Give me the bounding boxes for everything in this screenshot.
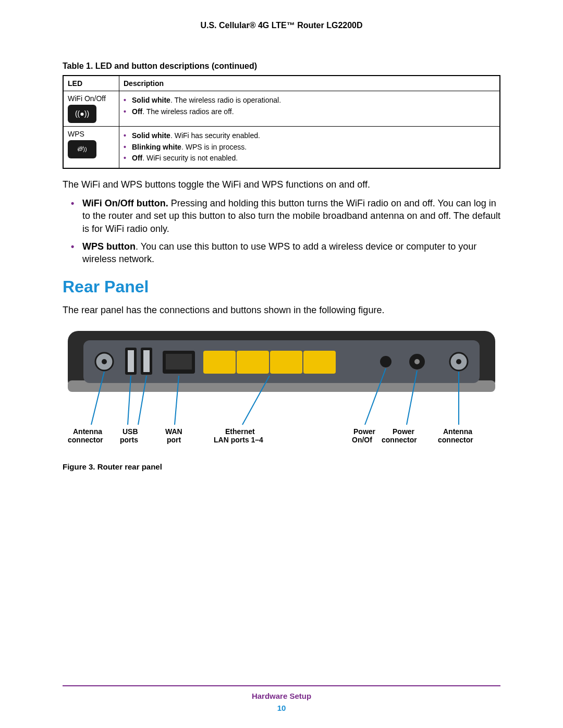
label-usb-2: ports	[120, 436, 138, 444]
label-ethernet: Ethernet	[225, 427, 255, 436]
desc-item: Solid white. The wireless radio is opera…	[124, 95, 495, 106]
label-wan-2: port	[167, 436, 181, 444]
led-name-wifi: WiFi On/Off	[68, 94, 106, 103]
label-power-btn-2: On/Of	[352, 436, 372, 444]
footer-page-number: 10	[63, 704, 500, 712]
footer-divider	[63, 685, 500, 686]
wps-icon: ༗))	[68, 140, 96, 158]
svg-rect-15	[270, 351, 302, 374]
section-heading-rear-panel: Rear Panel	[63, 277, 500, 297]
svg-rect-14	[237, 351, 269, 374]
button-bullet-wifi: WiFi On/Off button. Pressing and holding…	[82, 197, 500, 235]
table-row: WPS ༗)) Solid white. WiFi has security e…	[63, 127, 500, 168]
router-rear-svg: Antenna connector USB ports WAN port Eth…	[63, 326, 500, 456]
label-antenna-right-2: connector	[438, 436, 473, 444]
svg-rect-10	[143, 350, 150, 372]
label-wan: WAN	[165, 427, 182, 436]
table-header-led: LED	[63, 76, 119, 91]
label-power-conn: Power	[393, 427, 415, 436]
svg-point-4	[102, 359, 107, 364]
led-table: LED Description WiFi On/Off ((●)) Solid …	[63, 75, 500, 169]
label-antenna-left-2: connector	[68, 436, 103, 444]
svg-point-19	[414, 359, 420, 364]
table-caption: Table 1. LED and button descriptions (co…	[63, 61, 500, 71]
table-row: WiFi On/Off ((●)) Solid white. The wirel…	[63, 91, 500, 127]
svg-rect-12	[166, 354, 192, 369]
svg-rect-16	[303, 351, 336, 374]
figure-caption: Figure 3. Router rear panel	[63, 462, 500, 471]
label-antenna-right: Antenna	[443, 427, 472, 436]
svg-point-17	[380, 356, 391, 367]
wifi-onoff-icon: ((●))	[68, 105, 96, 123]
router-rear-figure: Antenna connector USB ports WAN port Eth…	[63, 326, 500, 471]
page-footer: Hardware Setup 10	[63, 685, 500, 712]
label-usb: USB	[123, 427, 138, 436]
led-name-wps: WPS	[68, 130, 84, 138]
label-power-conn-2: connector	[382, 436, 417, 444]
page-header-title: U.S. Cellular® 4G LTE™ Router LG2200D	[63, 21, 500, 30]
button-bullet-wps: WPS button. You can use this button to u…	[82, 240, 500, 266]
label-ethernet-2: LAN ports 1–4	[214, 436, 263, 444]
table-header-description: Description	[119, 76, 500, 91]
label-antenna-left: Antenna	[73, 427, 102, 436]
svg-rect-13	[203, 351, 236, 374]
footer-section-name: Hardware Setup	[63, 692, 500, 700]
label-power-btn: Power	[353, 427, 376, 436]
desc-item: Off. The wireless radios are off.	[124, 107, 495, 117]
svg-rect-8	[128, 350, 134, 372]
desc-item: Blinking white. WPS is in process.	[124, 142, 495, 153]
desc-item: Solid white. WiFi has security enabled.	[124, 131, 495, 141]
desc-item: Off. WiFi security is not enabled.	[124, 153, 495, 164]
svg-point-6	[456, 359, 461, 364]
rear-intro-paragraph: The rear panel has the connections and b…	[63, 304, 500, 316]
intro-paragraph: The WiFi and WPS buttons toggle the WiFi…	[63, 178, 500, 191]
